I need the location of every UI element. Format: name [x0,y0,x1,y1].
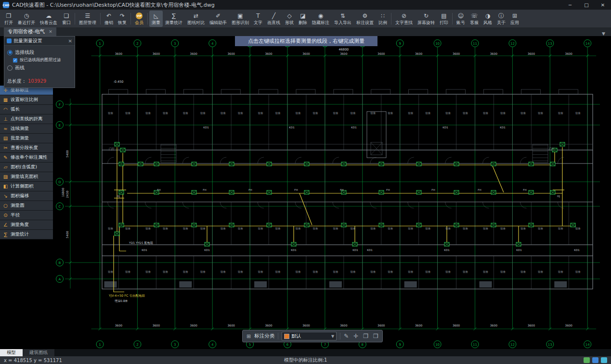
toolbar-button-label: 最近打开 [18,20,35,25]
toolbar-button-measure[interactable]: ◺测量 [149,11,163,27]
svg-text:3600: 3600 [453,324,460,327]
toolbar-button-import-export[interactable]: ⇅导入导出 [332,11,354,27]
sidebar-tool-edit-annotation-property[interactable]: ✎修改单个标注属性 [0,153,53,163]
svg-text:宿舍: 宿舍 [370,227,376,230]
sheet-tab-architecture-sheet[interactable]: 建筑图纸 [23,349,54,356]
sheet-tabs: 模型建筑图纸 [0,349,611,356]
svg-text:10: 10 [435,42,440,46]
toolbar-button-layer-manager[interactable]: ☰图层管理 [77,11,99,27]
measure-option-filter-by-layer[interactable]: ✓按已选线段的图层过滤 [13,57,72,63]
category-select[interactable]: 默认 ▼ [282,332,337,340]
maximize-button[interactable]: □ [578,0,595,10]
sidebar-tool-batch-measure[interactable]: ▤批量测量 [0,134,53,143]
toolbar-button-undo[interactable]: ↶撤销 [102,11,116,27]
toolbar-button-recent-open[interactable]: ◷最近打开 [15,11,38,27]
toolbar-button-shape-recognition[interactable]: ▣图形识别 [229,11,251,27]
toolbar-button-customer-service[interactable]: ☏客服 [468,11,481,27]
style-theme-icon: ◑ [485,13,490,19]
svg-text:宿舍: 宿舍 [183,270,189,274]
tab-close-icon[interactable]: ✕ [49,29,52,34]
sidebar-tool-radius[interactable]: ⊙半径 [0,211,53,220]
svg-text:宿舍: 宿舍 [520,227,526,230]
toolbar-button-hide-annotations[interactable]: ◉隐藏标注 [310,11,332,27]
svg-text:宿舍: 宿舍 [163,270,169,274]
toolbar-button-account[interactable]: ☺账号 [454,11,468,27]
svg-text:宿舍: 宿舍 [388,227,393,230]
status-icon-cyan[interactable] [601,357,607,363]
toolbar-button-scale[interactable]: ∷比例 [376,11,390,27]
toolbar-button-print[interactable]: ▤打印 [437,11,451,27]
copy-icon[interactable]: ❐ [363,333,368,339]
sidebar-tool-measure-statistics[interactable]: ∑测量统计 [0,230,53,239]
sidebar-tool-arc-length[interactable]: ◠弧长 [0,105,53,114]
measure-option-draw-line[interactable]: 画线 [7,64,72,71]
sidebar-tool-point-to-line-distance[interactable]: ⊥点到直线的距离 [0,114,53,124]
toolbar-button-drawing-compare[interactable]: ⇄图纸对比 [185,11,207,27]
sidebar-tool-measure-circle[interactable]: ○测量圆 [0,201,53,211]
paste-icon[interactable]: ❒ [373,333,378,339]
svg-text:14: 14 [585,343,590,347]
toolbar-button-shapes[interactable]: ◇形状 [283,11,296,27]
toolbar-button-open[interactable]: ❐打开 [2,11,15,27]
sidebar-tool-area-offset[interactable]: ↘面积偏移 [0,191,53,201]
measure-statistics-icon: ∑ [2,232,9,237]
sidebar-tool-measure-angle[interactable]: ∠测量角度 [0,220,53,230]
toolbar-button-window[interactable]: ❏窗口 [60,11,73,27]
point-to-line-distance-icon: ⊥ [2,116,9,122]
svg-text:1: 1 [99,42,101,46]
sidebar-tool-view-segment-length[interactable]: ✂查看分段长度 [0,143,53,153]
measure-statistics-icon: ∑ [172,13,176,19]
svg-text:16800: 16800 [61,188,65,197]
toolbar-button-redo[interactable]: ↷恢复 [116,11,129,27]
toolbar-button-about[interactable]: ⓘ关于 [494,11,508,27]
sidebar-tool-label: 测量圆 [11,202,25,209]
sidebar-tool-continuous-measure[interactable]: ≈连续测量 [0,124,53,134]
edit-icon[interactable]: ✎ [344,333,349,339]
toolbar-button-text-search[interactable]: ⊘文字查找 [393,11,415,27]
svg-text:4: 4 [211,42,214,46]
toolbar-button-delete[interactable]: ◪删除 [296,11,310,27]
svg-text:12: 12 [510,42,515,46]
category-label: 标注分类 [254,333,274,339]
measure-circle-icon: ○ [2,203,9,208]
sidebar-tool-side-area[interactable]: ◧计算侧面积 [0,182,53,191]
status-icon-green[interactable] [584,357,590,363]
minimize-button[interactable]: ─ [562,0,578,10]
toolbar-button-cloud-drive[interactable]: ☁快看云盘 [38,11,60,27]
toolbar-button-edit-assistant[interactable]: ✐编辑助手 [207,11,229,27]
toolbar-button-draw-line[interactable]: ╱画直线 [265,11,283,27]
toolbar-button-text[interactable]: T文字 [251,11,265,27]
svg-text:7: 7 [324,343,326,347]
move-icon[interactable]: ✛ [353,333,358,339]
sidebar-tool-area-with-arc[interactable]: ▱面积(含弧度) [0,163,53,172]
panel-header[interactable]: 批量测量设置 ✕ [4,37,75,46]
sheet-tab-model[interactable]: 模型 [0,349,23,356]
svg-text:3600: 3600 [265,52,272,55]
panel-close-icon[interactable]: ✕ [68,38,72,44]
toolbar-button-style-theme[interactable]: ◑风格 [481,11,494,27]
status-icon-blue[interactable] [592,357,598,363]
tab-list-caret-icon[interactable]: ▼ [596,31,611,36]
radio-select-segment[interactable] [7,50,13,55]
sidebar-tool-set-annotation-scale[interactable]: ▦设置标注比例 [0,95,53,105]
toolbar-button-measure-statistics[interactable]: ∑测量统计 [163,11,185,27]
svg-text:C: C [59,205,61,209]
sidebar-tool-measure-fill-area[interactable]: ▨测量填充面积 [0,172,53,182]
checkbox-filter-by-layer[interactable]: ✓ [13,58,17,63]
sidebar-tool-label: 计算侧面积 [11,183,34,189]
measure-option-select-segment[interactable]: 选择线段 [7,49,72,56]
toolbar-button-apps[interactable]: ⊞应用 [508,11,521,27]
toolbar-button-annotation-settings[interactable]: ⚙标注设置 [354,11,376,27]
annotation-settings-icon: ⚙ [363,13,368,19]
svg-text:10: 10 [435,343,440,347]
toolbar-separator [147,13,148,25]
toolbar-button-screen-rotate[interactable]: ↻屏幕旋转 [415,11,437,27]
category-grid-icon[interactable]: ⊞ [247,333,251,339]
document-tab-active[interactable]: 专用宿舍楼-电气 ✕ [4,27,56,36]
floor-plan-canvas[interactable]: 1122334455667788991010111112121313141436… [0,0,611,364]
toolbar-button-vip-member[interactable]: VIP会员 [132,11,146,27]
close-button[interactable]: ✕ [595,0,611,10]
radio-draw-line[interactable] [7,65,13,71]
svg-text:E: E [59,124,61,127]
area-offset-icon: ↘ [2,193,9,199]
